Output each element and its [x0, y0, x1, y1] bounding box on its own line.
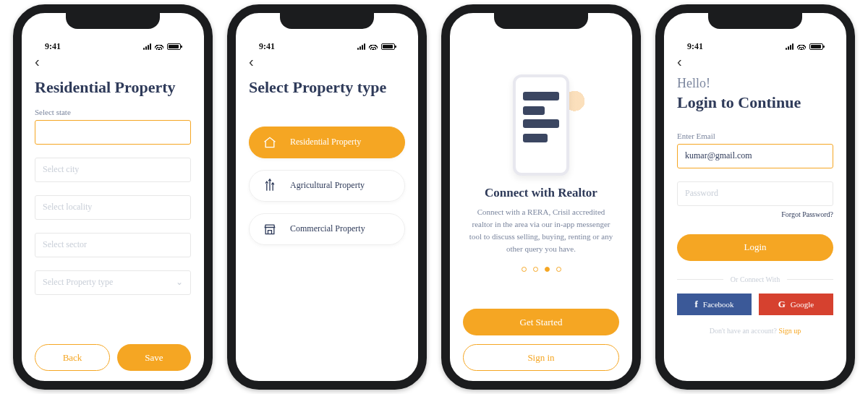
back-icon[interactable]: ‹: [677, 54, 833, 69]
page-indicator: [463, 267, 619, 272]
onboarding-title: Connect with Realtor: [463, 186, 619, 200]
option-commercial[interactable]: Commercial Property: [249, 213, 405, 245]
option-residential[interactable]: Residential Property: [249, 127, 405, 158]
email-label: Enter Email: [677, 132, 833, 140]
battery-icon: [167, 43, 181, 50]
locality-input[interactable]: Select locality: [35, 195, 191, 220]
onboarding-illustration: [457, 56, 625, 176]
page-title: Residential Property: [35, 77, 191, 98]
option-label: Commercial Property: [290, 223, 365, 234]
signup-prompt: Don't have an account? Sign up: [677, 327, 833, 335]
password-input[interactable]: Password: [677, 181, 833, 206]
back-icon[interactable]: ‹: [35, 54, 191, 69]
chevron-down-icon: ⌄: [176, 277, 183, 288]
or-divider: Or Connect With: [677, 275, 833, 283]
facebook-button[interactable]: f Facebook: [677, 294, 752, 315]
state-label: Select state: [35, 108, 191, 116]
back-button[interactable]: Back: [35, 344, 110, 371]
property-type-select[interactable]: Select Property type ⌄: [35, 270, 191, 295]
signal-icon: [143, 43, 151, 50]
battery-icon: [381, 43, 395, 50]
sector-input[interactable]: Select sector: [35, 233, 191, 257]
forgot-password-link[interactable]: Forgot Password?: [677, 210, 833, 218]
status-time: 9:41: [45, 41, 61, 52]
signal-icon: [357, 43, 365, 50]
page-title: Login to Continue: [677, 93, 833, 113]
google-button[interactable]: G Google: [759, 294, 833, 315]
login-button[interactable]: Login: [677, 234, 833, 261]
wifi-icon: [155, 43, 163, 50]
email-input[interactable]: kumar@gmail.com: [677, 144, 833, 168]
get-started-button[interactable]: Get Started: [463, 309, 619, 335]
signup-link[interactable]: Sign up: [778, 327, 801, 335]
option-agricultural[interactable]: Agricultural Property: [249, 170, 405, 202]
status-bar: 9:41: [35, 35, 191, 53]
signal-icon: [786, 43, 793, 50]
wifi-icon: [369, 43, 378, 50]
wifi-icon: [797, 43, 806, 50]
battery-icon: [809, 43, 823, 50]
facebook-icon: f: [694, 299, 697, 310]
house-icon: [263, 135, 277, 150]
city-input[interactable]: Select city: [35, 158, 191, 182]
sign-in-button[interactable]: Sign in: [463, 344, 619, 371]
state-input[interactable]: [35, 120, 191, 145]
option-label: Residential Property: [290, 137, 361, 147]
status-bar: 9:41: [249, 35, 405, 53]
crop-icon: [263, 179, 277, 193]
store-icon: [263, 222, 277, 236]
option-label: Agricultural Property: [290, 180, 365, 191]
save-button[interactable]: Save: [117, 344, 191, 371]
back-icon[interactable]: ‹: [249, 54, 405, 69]
status-time: 9:41: [259, 41, 275, 52]
google-icon: G: [778, 299, 786, 310]
greeting: Hello!: [677, 76, 833, 91]
status-time: 9:41: [687, 41, 703, 52]
page-title: Select Property type: [249, 77, 405, 98]
status-bar: 9:41: [677, 35, 833, 53]
onboarding-body: Connect with a RERA, Crisil accredited r…: [463, 206, 619, 255]
